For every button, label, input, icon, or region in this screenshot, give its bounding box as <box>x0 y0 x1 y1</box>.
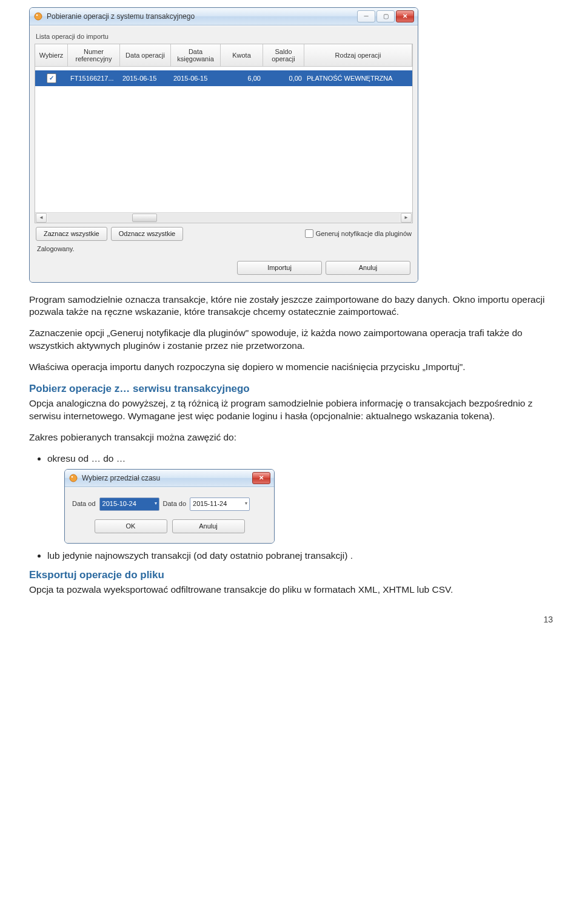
minimize-button[interactable]: ─ <box>357 10 375 22</box>
maximize-button[interactable]: ▢ <box>376 10 395 22</box>
operations-table: Wybierz Numer referencyjny Data operacji… <box>35 44 413 223</box>
page-number: 13 <box>29 614 553 626</box>
ok-button[interactable]: OK <box>95 519 167 533</box>
app-icon <box>69 473 78 483</box>
deselect-all-button[interactable]: Odznacz wszystkie <box>111 227 184 241</box>
date-from-input[interactable]: 2015-10-24 ▾ <box>99 497 159 511</box>
col-opdate[interactable]: Data operacji <box>120 44 171 67</box>
cell-ref: FT15166217... <box>68 74 120 83</box>
close-button[interactable]: ✕ <box>252 472 270 484</box>
import-button[interactable]: Importuj <box>237 261 322 275</box>
date-from-label: Data od <box>72 499 96 508</box>
date-to-label: Data do <box>163 499 187 508</box>
paragraph: Opcja analogiczna do powyższej, z tą róż… <box>29 397 553 423</box>
col-amount[interactable]: Kwota <box>221 44 263 67</box>
titlebar[interactable]: Pobieranie operacji z systemu transakcyj… <box>30 8 418 25</box>
plugin-notify-checkbox[interactable] <box>305 229 313 238</box>
scroll-right-icon[interactable]: ► <box>401 213 412 223</box>
list-item: okresu od … do … Wybierz przedział czasu… <box>47 453 553 544</box>
svg-point-3 <box>72 476 73 477</box>
col-ref[interactable]: Numer referencyjny <box>68 44 120 67</box>
titlebar[interactable]: Wybierz przedział czasu ✕ <box>65 470 274 487</box>
list-item: lub jedynie najnowszych transakcji (od d… <box>47 550 553 562</box>
window-title: Pobieranie operacji z systemu transakcyj… <box>47 12 353 21</box>
cancel-button[interactable]: Anuluj <box>172 519 245 533</box>
col-select[interactable]: Wybierz <box>35 44 68 67</box>
paragraph: Opcja ta pozwala wyeksportować odfiltrow… <box>29 584 553 596</box>
cell-bookdate: 2015-06-15 <box>171 74 221 83</box>
cancel-button[interactable]: Anuluj <box>326 261 410 275</box>
cell-amount: 6,00 <box>221 74 263 83</box>
date-to-input[interactable]: 2015-11-24 ▾ <box>190 497 250 511</box>
status-text: Zalogowany. <box>32 242 415 258</box>
cell-balance: 0,00 <box>263 74 304 83</box>
col-bookdate[interactable]: Data księgowania <box>171 44 221 67</box>
horizontal-scrollbar[interactable]: ◄ ► <box>35 212 412 223</box>
paragraph: Program samodzielnie oznacza transakcje,… <box>29 294 553 319</box>
col-type[interactable]: Rodzaj operacji <box>304 44 412 67</box>
scroll-thumb[interactable] <box>132 214 157 222</box>
list-caption: Lista operacji do importu <box>32 31 415 44</box>
cell-type: PŁATNOŚĆ WEWNĘTRZNA <box>304 74 412 83</box>
date-range-window: Wybierz przedział czasu ✕ Data od 2015-1… <box>64 469 275 544</box>
window-title: Wybierz przedział czasu <box>82 473 249 483</box>
paragraph: Zakres pobieranych transakcji można zawę… <box>29 431 553 444</box>
cell-opdate: 2015-06-15 <box>120 74 171 83</box>
table-row[interactable]: ✓ FT15166217... 2015-06-15 2015-06-15 6,… <box>35 70 412 86</box>
select-all-button[interactable]: Zaznacz wszystkie <box>36 227 107 241</box>
svg-point-2 <box>70 474 77 482</box>
app-icon <box>33 12 43 21</box>
close-button[interactable]: ✕ <box>396 10 414 22</box>
chevron-down-icon[interactable]: ▾ <box>245 501 247 507</box>
chevron-down-icon[interactable]: ▾ <box>155 501 157 507</box>
heading: Pobierz operacje z… serwisu transakcyjne… <box>29 382 553 396</box>
svg-point-1 <box>36 15 38 16</box>
paragraph: Zaznaczenie opcji „Generuj notyfikacje d… <box>29 327 553 352</box>
import-window: Pobieranie operacji z systemu transakcyj… <box>29 7 418 283</box>
paragraph: Właściwa operacja importu danych rozpocz… <box>29 361 553 374</box>
plugin-notify-label: Generuj notyfikacje dla pluginów <box>316 229 412 238</box>
heading: Eksportuj operacje do pliku <box>29 568 553 582</box>
row-checkbox[interactable]: ✓ <box>47 73 56 83</box>
col-balance[interactable]: Saldo operacji <box>263 44 304 67</box>
scroll-left-icon[interactable]: ◄ <box>36 213 47 223</box>
svg-point-0 <box>35 13 42 20</box>
